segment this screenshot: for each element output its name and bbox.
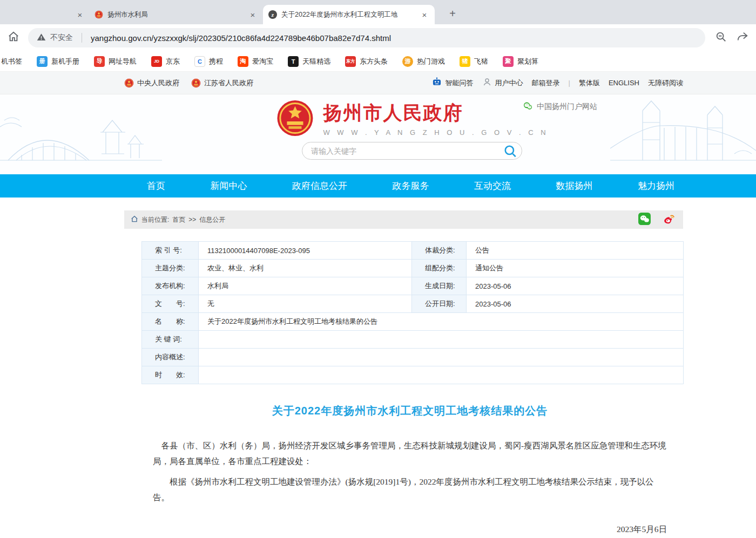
bookmark-热门游戏[interactable]: 游热门游戏: [402, 56, 445, 67]
wechat-share-icon[interactable]: [638, 212, 651, 227]
fliggy-icon: 猪: [460, 56, 470, 67]
site-logo[interactable]: 扬州市人民政府 W W W . Y A N G Z H O U . G O V …: [275, 99, 548, 138]
bookmark-网址导航[interactable]: 导网址导航: [94, 56, 137, 67]
juhuasuan-icon: 聚: [503, 56, 514, 67]
info-label: 组配分类:: [412, 260, 467, 277]
close-icon[interactable]: ×: [75, 10, 85, 19]
bookmark-机书签[interactable]: 机书签: [1, 57, 22, 66]
nav-item-首页[interactable]: 首页: [147, 180, 165, 192]
info-value: 水利局: [199, 277, 412, 295]
topbar-link-label: 邮箱登录: [532, 78, 560, 88]
bookmark-聚划算[interactable]: 聚聚划算: [503, 56, 538, 67]
nav-item-政府信息公开[interactable]: 政府信息公开: [292, 180, 347, 192]
bookmark-飞猪[interactable]: 猪飞猪: [460, 56, 488, 67]
info-table-row: 名 称:关于2022年度扬州市水利工程文明工地考核结果的公告: [142, 313, 684, 331]
page-favicon-icon: z: [268, 10, 277, 19]
info-table-row: 关 键 词:: [142, 331, 684, 349]
search-input[interactable]: [311, 147, 502, 155]
info-label: 主题分类:: [142, 260, 199, 277]
bookmark-label: 携程: [209, 57, 223, 66]
topbar-link-label: 中央人民政府: [137, 78, 179, 88]
taobao-icon: 淘: [238, 56, 248, 67]
info-value: 11321000014407098E-2023-095: [199, 242, 412, 260]
info-label: 索 引 号:: [142, 242, 199, 260]
info-label: 发布机构:: [142, 277, 199, 295]
document-info-table: 索 引 号:11321000014407098E-2023-095体裁分类:公告…: [141, 241, 684, 384]
bookmark-东方头条[interactable]: 东方东方头条: [345, 56, 388, 67]
breadcrumb-prefix: 当前位置:: [141, 215, 169, 224]
nav-item-数据扬州[interactable]: 数据扬州: [556, 180, 593, 192]
info-value: [199, 349, 684, 366]
info-value: 2023-05-06: [467, 295, 684, 313]
ctrip-icon: C: [194, 56, 205, 67]
bookmark-label: 飞猪: [474, 57, 488, 66]
info-value: 通知公告: [467, 260, 684, 277]
share-icon[interactable]: [737, 31, 748, 45]
user-icon: [482, 77, 492, 88]
portal-tag[interactable]: 中国扬州门户网站: [523, 101, 597, 113]
bookmark-爱淘宝[interactable]: 淘爱淘宝: [238, 56, 273, 67]
nav-item-新闻中心[interactable]: 新闻中心: [211, 180, 247, 192]
topbar-link-label: 江苏省人民政府: [204, 78, 253, 88]
info-value: 2023-05-06: [467, 277, 684, 295]
topbar-link-label: 无障碍阅读: [648, 78, 683, 88]
bookmark-label: 京东: [166, 57, 180, 66]
info-value: [199, 331, 684, 349]
gov-emblem-favicon: [94, 10, 103, 19]
close-icon[interactable]: ×: [420, 10, 429, 19]
bookmark-新机手册[interactable]: 册新机手册: [37, 56, 79, 67]
games-icon: 游: [402, 56, 413, 67]
info-label: 关 键 词:: [142, 331, 199, 349]
breadcrumb-home-link[interactable]: 首页: [172, 215, 185, 224]
national-emblem-icon: [275, 99, 314, 138]
tab-shuiliju[interactable]: 扬州市水利局 ×: [89, 5, 263, 24]
info-label: 文 号:: [142, 295, 199, 313]
topbar-link-ENGLISH[interactable]: ENGLISH: [609, 79, 639, 87]
nav-item-政务服务[interactable]: 政务服务: [393, 180, 429, 192]
bookmark-label: 天猫精选: [302, 57, 330, 66]
weibo-share-icon[interactable]: [662, 212, 676, 227]
topbar-link-江苏省人民政府[interactable]: 江苏省人民政府: [191, 78, 253, 88]
zoom-out-icon[interactable]: [715, 31, 727, 45]
home-icon[interactable]: [8, 31, 19, 45]
tab-active-article[interactable]: z 关于2022年度扬州市水利工程文明工地 ×: [263, 5, 435, 24]
topbar-link-邮箱登录[interactable]: 邮箱登录: [532, 78, 560, 88]
info-value: 农业、林业、水利: [199, 260, 412, 277]
close-icon[interactable]: ×: [248, 10, 258, 19]
url-text[interactable]: yangzhou.gov.cn/yzszxxgk/slj/202305/210c…: [91, 33, 391, 43]
address-field[interactable]: 不安全 yangzhou.gov.cn/yzszxxgk/slj/202305/…: [28, 28, 705, 47]
topbar-link-label: 用户中心: [495, 78, 523, 88]
bridge-sketch-right: [610, 94, 756, 174]
bookmark-京东[interactable]: JD京东: [151, 56, 180, 67]
bookmark-携程[interactable]: C携程: [194, 56, 223, 67]
nav-item-魅力扬州[interactable]: 魅力扬州: [638, 180, 674, 192]
bookmarks-bar: 机书签册新机手册导网址导航JD京东C携程淘爱淘宝T天猫精选东方东方头条游热门游戏…: [0, 51, 756, 72]
info-value: 无: [199, 295, 412, 313]
info-table-row: 发布机构:水利局生成日期:2023-05-06: [142, 277, 684, 295]
breadcrumb-current: 信息公开: [199, 215, 225, 224]
topbar-link-无障碍阅读[interactable]: 无障碍阅读: [648, 78, 683, 88]
new-tab-button[interactable]: +: [446, 8, 460, 20]
jd-icon: JD: [151, 56, 162, 67]
article-date: 2023年5月6日: [153, 524, 667, 535]
info-label: 公开日期:: [412, 295, 467, 313]
search-icon[interactable]: [502, 143, 518, 159]
main-nav: 首页新闻中心政府信息公开政务服务互动交流数据扬州魅力扬州: [0, 174, 756, 198]
info-label: 时 效:: [142, 366, 199, 384]
topbar-link-中央人民政府[interactable]: 中央人民政府: [124, 78, 179, 88]
info-table-row: 内容概述:: [142, 349, 684, 366]
info-table-row: 主题分类:农业、林业、水利组配分类:通知公告: [142, 260, 684, 277]
topbar-link-智能问答[interactable]: 智能问答: [431, 77, 474, 89]
tab-title: 扬州市水利局: [107, 10, 244, 19]
security-label: 不安全: [50, 33, 73, 43]
page-content: 当前位置: 首页 >> 信息公开 索 引 号:11321000014407098…: [124, 210, 683, 538]
nav-item-互动交流[interactable]: 互动交流: [474, 180, 511, 192]
tab-stub[interactable]: ×: [0, 5, 89, 24]
bookmark-label: 爱淘宝: [252, 57, 273, 66]
bookmark-天猫精选[interactable]: T天猫精选: [288, 56, 330, 67]
not-secure-warning-icon[interactable]: [37, 32, 46, 44]
topbar-link-用户中心[interactable]: 用户中心: [482, 77, 523, 88]
bridge-sketch-left: [0, 94, 162, 174]
info-label: 体裁分类:: [412, 242, 467, 260]
topbar-link-繁体版[interactable]: 繁体版: [579, 78, 600, 88]
